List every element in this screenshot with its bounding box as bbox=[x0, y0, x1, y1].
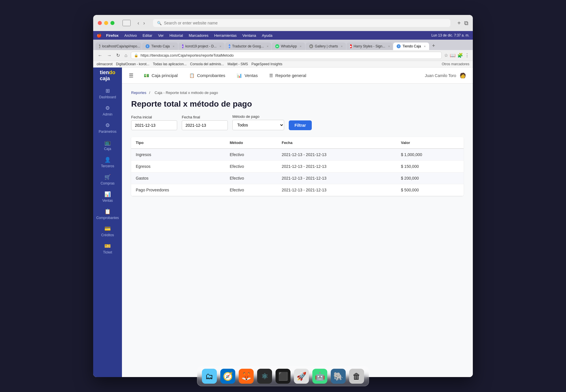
browser-url-bar[interactable]: 🔒 https://tiendocaja.com/Caja/reportes/r… bbox=[131, 52, 442, 59]
sidebar-item-ticket[interactable]: 🎫 Ticket bbox=[93, 240, 122, 257]
tab-localhost[interactable]: L localhost/Caja/api/repo... × bbox=[95, 43, 142, 50]
nav-arrows: ‹ › bbox=[136, 20, 146, 27]
dock-trash[interactable]: 🗑 bbox=[349, 369, 364, 384]
fecha-inicial-input[interactable] bbox=[131, 120, 177, 130]
bookmark-consola[interactable]: Consola del adminis... bbox=[190, 62, 224, 66]
tab-label-8: Tiendo Caja bbox=[402, 44, 421, 48]
browser-forward-button[interactable]: → bbox=[106, 52, 113, 59]
bookmark-digitalocean[interactable]: DigitalOcean - korot... bbox=[116, 62, 149, 66]
sidebar-item-creditos[interactable]: 💳 Créditos bbox=[93, 223, 122, 240]
tab-favicon-4: G bbox=[229, 44, 230, 48]
browser-back-button[interactable]: ← bbox=[97, 52, 104, 59]
menu-item-herramientas[interactable]: Herramientas bbox=[212, 33, 239, 38]
close-button[interactable] bbox=[98, 21, 102, 25]
tab-close-7[interactable]: × bbox=[388, 45, 390, 48]
apple-logo[interactable]: 🍎 bbox=[97, 33, 102, 38]
forward-arrow[interactable]: › bbox=[142, 20, 146, 27]
new-tab-button[interactable]: + bbox=[457, 20, 461, 26]
cell-tipo: Egresos bbox=[131, 161, 225, 172]
minimize-button[interactable] bbox=[104, 21, 108, 25]
dock-finder[interactable]: 🗂 bbox=[202, 369, 217, 384]
settings-icon[interactable]: ⋮ bbox=[465, 53, 469, 58]
tab-label-5: WhatsApp bbox=[281, 44, 297, 48]
comprobantes-nav-label: Comprobantes bbox=[197, 73, 225, 78]
bookmark-apps[interactable]: Todas las aplicacion... bbox=[153, 62, 186, 66]
bookmark-pagespeed[interactable]: PageSpeed Insights bbox=[251, 62, 282, 66]
dock-postgresql[interactable]: 🐘 bbox=[331, 369, 346, 384]
metodo-pago-select[interactable]: Todos Efectivo Tarjeta Transferencia bbox=[232, 120, 284, 130]
sidebar-item-parametros[interactable]: ⚙ Parámetros bbox=[93, 119, 122, 137]
dock-safari[interactable]: 🧭 bbox=[220, 369, 235, 384]
creditos-icon: 💳 bbox=[104, 226, 111, 232]
bookmarks-bar: olimacorot DigitalOcean - korot... Todas… bbox=[93, 61, 473, 68]
nav-item-caja-principal[interactable]: 💵 Caja principal bbox=[143, 71, 179, 80]
tab-close-2[interactable]: × bbox=[173, 45, 174, 48]
bookmark-star-icon[interactable]: ☆ bbox=[444, 53, 448, 58]
new-tab-button-bar[interactable]: + bbox=[430, 42, 437, 50]
breadcrumb: Reportes / Caja - Reporte total x método… bbox=[131, 91, 464, 95]
bookmark-label: Consola del adminis... bbox=[190, 62, 224, 66]
breadcrumb-parent-link[interactable]: Reportes bbox=[131, 91, 146, 95]
dock-launchpad[interactable]: 🚀 bbox=[294, 369, 309, 384]
sidebar-label-ventas: Ventas bbox=[102, 199, 113, 203]
sidebar-item-compras[interactable]: 🛒 Compras bbox=[93, 171, 122, 188]
menu-item-ventana[interactable]: Ventana bbox=[240, 33, 259, 38]
cell-tipo: Ingresos bbox=[131, 149, 225, 161]
tab-close-8[interactable]: × bbox=[424, 45, 426, 48]
cell-fecha: 2021-12-13 - 2021-12-13 bbox=[277, 172, 396, 184]
tab-whatsapp[interactable]: W WhatsApp × bbox=[272, 43, 305, 50]
tab-traductor[interactable]: G Traductor de Goog... × bbox=[225, 43, 271, 50]
reader-mode-icon[interactable]: 📖 bbox=[450, 53, 456, 58]
sidebar-item-comprobantes[interactable]: 📋 Comprobantes bbox=[93, 205, 122, 223]
dock-terminal[interactable]: ⬛ bbox=[276, 369, 290, 384]
nav-item-reporte-general[interactable]: ☰ Reporte general bbox=[268, 71, 307, 80]
bookmark-olimacorot[interactable]: olimacorot bbox=[97, 62, 112, 66]
menu-item-ayuda[interactable]: Ayuda bbox=[260, 33, 275, 38]
nav-item-ventas[interactable]: 📊 Ventas bbox=[236, 71, 259, 80]
browser-refresh-button[interactable]: ↻ bbox=[115, 52, 121, 59]
menu-item-ver[interactable]: Ver bbox=[156, 33, 166, 38]
back-arrow[interactable]: ‹ bbox=[136, 20, 140, 27]
tab-harry-styles[interactable]: ▶ Harry Styles - Sign... × bbox=[347, 43, 393, 50]
other-bookmarks-label: Otros marcadores bbox=[442, 62, 469, 66]
sidebar-toggle-button[interactable] bbox=[123, 20, 131, 26]
sidebar-item-caja[interactable]: 📺 Caja bbox=[93, 137, 122, 154]
tab-korot19[interactable]: K korot19 project - D... × bbox=[179, 43, 225, 50]
tab-tiendo-caja-1[interactable]: T Tiendo Caja × bbox=[142, 43, 178, 50]
sidebar-item-ventas[interactable]: 📊 Ventas bbox=[93, 188, 122, 205]
breadcrumb-separator: / bbox=[149, 91, 151, 95]
sidebar-item-admin[interactable]: ⚙ Admin bbox=[93, 102, 122, 119]
menu-item-historial[interactable]: Historial bbox=[167, 33, 185, 38]
extensions-icon[interactable]: 🧩 bbox=[457, 53, 463, 58]
nav-item-comprobantes[interactable]: 📋 Comprobantes bbox=[188, 71, 226, 80]
sidebar-label-compras: Compras bbox=[101, 181, 115, 185]
sidebar-label-creditos: Créditos bbox=[101, 233, 114, 237]
maximize-button[interactable] bbox=[110, 21, 114, 25]
menu-item-firefox[interactable]: Firefox bbox=[104, 33, 121, 38]
url-bar[interactable]: 🔍 bbox=[153, 19, 450, 27]
menu-item-editar[interactable]: Editar bbox=[140, 33, 155, 38]
tab-tiendo-caja-active[interactable]: T Tiendo Caja × bbox=[393, 43, 429, 50]
tab-close-4[interactable]: × bbox=[267, 45, 268, 48]
search-input[interactable] bbox=[164, 21, 446, 25]
fecha-final-input[interactable] bbox=[182, 120, 228, 130]
tab-close-3[interactable]: × bbox=[219, 45, 221, 48]
dock-atom[interactable]: ⚛ bbox=[257, 369, 272, 384]
sidebar-item-terceros[interactable]: 👤 Terceros bbox=[93, 154, 122, 171]
dock-firefox[interactable]: 🦊 bbox=[239, 369, 254, 384]
filtrar-button[interactable]: Filtrar bbox=[289, 120, 312, 130]
menu-item-marcadores[interactable]: Marcadores bbox=[186, 33, 211, 38]
browser-home-button[interactable]: ⌂ bbox=[123, 52, 129, 59]
sidebar-item-dashboard[interactable]: ⊞ Dashboard bbox=[93, 85, 122, 102]
dock-android-studio[interactable]: 🤖 bbox=[312, 369, 327, 384]
hamburger-button[interactable]: ☰ bbox=[129, 72, 133, 79]
bookmark-mailjet[interactable]: Mailjet - SMS bbox=[227, 62, 248, 66]
tab-close-5[interactable]: × bbox=[300, 45, 301, 48]
bookmark-label: Mailjet - SMS bbox=[227, 62, 248, 66]
other-bookmarks[interactable]: Otros marcadores bbox=[442, 62, 469, 66]
tab-gallery[interactable]: G Gallery | charts × bbox=[306, 43, 346, 50]
menu-item-archivo[interactable]: Archivo bbox=[122, 33, 139, 38]
tab-overview-button[interactable]: ⧉ bbox=[464, 20, 468, 26]
tab-label-2: Tiendo Caja bbox=[151, 44, 170, 48]
tab-close-6[interactable]: × bbox=[341, 45, 343, 48]
